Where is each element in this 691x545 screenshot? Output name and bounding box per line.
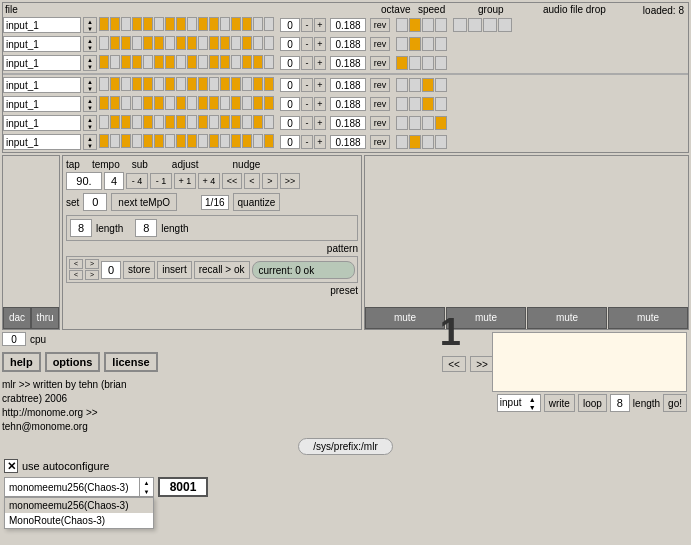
rev-btn[interactable]: rev	[370, 116, 390, 130]
length1-input[interactable]	[70, 219, 92, 237]
octave-col-header: octave	[381, 4, 410, 15]
device-select-arrows[interactable]: ▲ ▼	[139, 478, 153, 496]
oct-minus-btn[interactable]: -	[301, 56, 313, 70]
device-dropdown: monomeemu256(Chaos-3) MonoRoute(Chaos-3)	[4, 497, 154, 529]
adjust-plus1-btn[interactable]: + 1	[174, 173, 196, 189]
nav-left-button[interactable]: <<	[442, 356, 466, 372]
preset-arrow-down2[interactable]: >	[85, 270, 99, 280]
sub-input[interactable]	[104, 172, 124, 190]
store-button[interactable]: store	[123, 261, 155, 279]
preset-number-input[interactable]	[101, 261, 121, 279]
preset-arrow-down[interactable]: <	[69, 270, 83, 280]
oct-minus-btn[interactable]: -	[301, 135, 313, 149]
rev-btn[interactable]: rev	[370, 56, 390, 70]
nudge-rightright-btn[interactable]: >>	[280, 173, 300, 189]
file-row: input_1 ▲▼ 0 - + 0.188 rev	[3, 133, 688, 151]
nudge-left-btn[interactable]: <	[244, 173, 260, 189]
file-select-up[interactable]: ▲▼	[83, 134, 97, 150]
nudge-label: nudge	[233, 159, 261, 170]
file-select-up[interactable]: ▲▼	[83, 77, 97, 93]
file-select-up[interactable]: ▲▼	[83, 55, 97, 71]
file-select-up[interactable]: ▲▼	[83, 17, 97, 33]
oct-minus-btn[interactable]: -	[301, 37, 313, 51]
set-label: set	[66, 197, 79, 208]
adjust-minus4-btn[interactable]: - 4	[126, 173, 148, 189]
nav-right-button[interactable]: >>	[470, 356, 494, 372]
file-name-display: input_1	[3, 115, 81, 131]
preset-status: current: 0 ok	[252, 261, 355, 279]
oct-minus-btn[interactable]: -	[301, 116, 313, 130]
oct-plus-btn[interactable]: +	[314, 37, 326, 51]
input-arrow-up[interactable]: ▲	[529, 396, 539, 404]
file-select-up[interactable]: ▲▼	[83, 96, 97, 112]
length2-input[interactable]	[135, 219, 157, 237]
loop-button[interactable]: loop	[578, 394, 607, 412]
mute-button-4[interactable]: mute	[608, 307, 688, 329]
nudge-leftleft-btn[interactable]: <<	[222, 173, 242, 189]
file-select-up[interactable]: ▲▼	[83, 115, 97, 131]
rev-btn[interactable]: rev	[370, 97, 390, 111]
file-name-display: input_1	[3, 17, 81, 33]
mute-button-3[interactable]: mute	[527, 307, 607, 329]
adjust-plus4-btn[interactable]: + 4	[198, 173, 220, 189]
oct-minus-btn[interactable]: -	[301, 78, 313, 92]
file-select-up[interactable]: ▲▼	[83, 36, 97, 52]
info-line2: http://monome.org >> tehn@monome.org	[2, 406, 132, 434]
oct-minus-btn[interactable]: -	[301, 18, 313, 32]
speed-col-header: speed	[418, 4, 445, 15]
length1-label: length	[96, 223, 123, 234]
playback-length-input[interactable]	[610, 394, 630, 412]
rev-btn[interactable]: rev	[370, 135, 390, 149]
port-input[interactable]	[158, 477, 208, 497]
rev-btn[interactable]: rev	[370, 37, 390, 51]
nudge-right-btn[interactable]: >	[262, 173, 278, 189]
thru-button[interactable]: thru	[31, 307, 59, 329]
tempo-input[interactable]	[66, 172, 102, 190]
oct-plus-btn[interactable]: +	[314, 56, 326, 70]
oct-minus-btn[interactable]: -	[301, 97, 313, 111]
help-button[interactable]: help	[2, 352, 41, 372]
adjust-minus1-btn[interactable]: - 1	[150, 173, 172, 189]
recall-ok-button[interactable]: recall > ok	[194, 261, 250, 279]
options-button[interactable]: options	[45, 352, 101, 372]
insert-button[interactable]: insert	[157, 261, 191, 279]
playback-length-label: length	[633, 398, 660, 409]
oct-plus-btn[interactable]: +	[314, 97, 326, 111]
dropdown-item-2[interactable]: MonoRoute(Chaos-3)	[5, 513, 153, 528]
oct-plus-btn[interactable]: +	[314, 18, 326, 32]
next-tempo-input[interactable]	[83, 193, 107, 211]
oct-plus-btn[interactable]: +	[314, 135, 326, 149]
file-col-header: file	[5, 4, 18, 15]
length2-label: length	[161, 223, 188, 234]
file-name-display: input_1	[3, 134, 81, 150]
next-tempo-button[interactable]: next teMpO	[111, 193, 177, 211]
tap-label: tap	[66, 159, 80, 170]
oct-plus-btn[interactable]: +	[314, 78, 326, 92]
info-line1: mlr >> written by tehn (brian crabtree) …	[2, 378, 132, 406]
preset-arrow-up2[interactable]: >	[85, 259, 99, 269]
preset-arrow-up[interactable]: <	[69, 259, 83, 269]
group-col-header: group	[478, 4, 504, 15]
dropdown-item-1[interactable]: monomeemu256(Chaos-3)	[5, 498, 153, 513]
oct-plus-btn[interactable]: +	[314, 116, 326, 130]
pattern-label: pattern	[327, 243, 358, 254]
big-number: 1	[440, 311, 461, 354]
write-button[interactable]: write	[544, 394, 575, 412]
file-name-display: input_1	[3, 96, 81, 112]
device-select-value: monomeemu256(Chaos-3)	[5, 481, 139, 494]
dac-button[interactable]: dac	[3, 307, 31, 329]
file-row: input_1 ▲▼ 0 - + 0.188 rev	[3, 54, 688, 72]
mute-button-1[interactable]: mute	[365, 307, 445, 329]
autoconfigure-checkbox[interactable]: ✕	[4, 459, 18, 473]
cpu-label: cpu	[30, 334, 46, 345]
go-button[interactable]: go!	[663, 394, 687, 412]
rev-btn[interactable]: rev	[370, 78, 390, 92]
quantize-button[interactable]: quantize	[233, 193, 281, 211]
file-name-display: input_1	[3, 77, 81, 93]
rev-btn[interactable]: rev	[370, 18, 390, 32]
input-arrow-down[interactable]: ▼	[529, 404, 539, 412]
loaded-count: 8	[678, 5, 684, 16]
file-row: input_1 ▲▼ 0 - + 0.188 rev	[3, 114, 688, 132]
file-name-display: input_1	[3, 36, 81, 52]
preset-label: preset	[330, 285, 358, 296]
